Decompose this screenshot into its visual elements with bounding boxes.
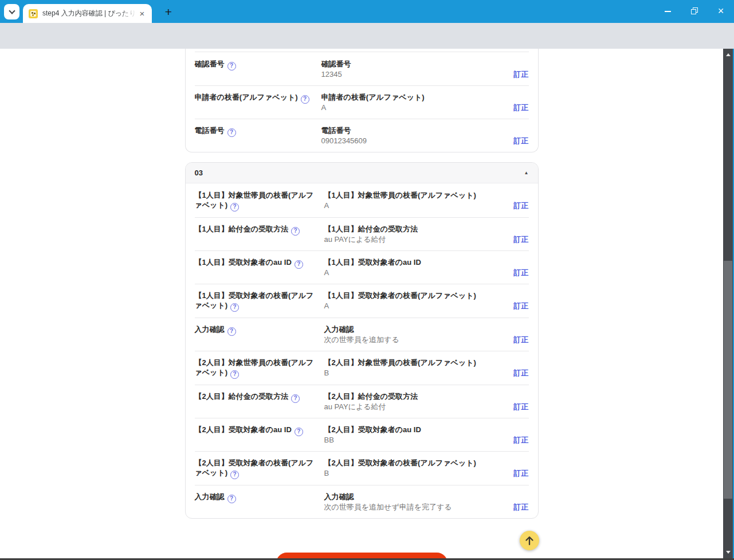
row-value-text: 12345 [321,69,507,79]
row-value-text: A [324,201,507,210]
vertical-scrollbar[interactable] [723,49,733,558]
minimize-button[interactable] [655,0,681,23]
help-icon[interactable]: ? [291,227,300,236]
row-value-text: A [321,103,507,112]
row-value-title: 【2人目】対象世帯員の枝番(アルファベット) [324,358,507,367]
tab-title: step4 入力内容確認 | ぴったりサ [42,9,137,18]
row-value-title: 確認番号 [321,59,507,69]
scrollbar-down-arrow-icon[interactable] [726,551,731,554]
form-row: 【2人目】受取対象者のau ID? 【2人目】受取対象者のau ID BB 訂正 [186,418,538,451]
row-label-text: 【1人目】受取対象者のau ID [195,258,292,267]
row-value-title: 申請者の枝番(アルファベット) [321,92,507,102]
help-icon[interactable]: ? [295,428,303,436]
chevron-down-icon [9,7,15,14]
row-value-title: 【2人目】受取対象者のau ID [324,425,507,434]
edit-link[interactable]: 訂正 [507,457,529,479]
page-content: 確認番号? 確認番号 12345 訂正 申請者の枝番(アルファベット)? 申請者… [0,49,723,558]
row-value-text: B [324,368,507,378]
next-button[interactable]: 次へすすむ [276,553,448,558]
row-label-text: 【2人目】受取対象者の枝番(アルファベット) [195,459,314,477]
row-value-title: 【1人目】受取対象者のau ID [324,257,507,267]
browser-tab[interactable]: step4 入力内容確認 | ぴったりサ × [23,4,152,23]
edit-link[interactable]: 訂正 [507,424,529,445]
help-icon[interactable]: ? [227,62,236,71]
row-label-text: 申請者の枝番(アルファベット) [195,93,298,101]
row-label-text: 【1人目】受取対象者の枝番(アルファベット) [195,291,314,310]
row-value-text: A [324,268,507,277]
form-row: 入力確認? 入力確認 次の世帯員を追加せず申請を完了する 訂正 [186,485,538,518]
help-icon[interactable]: ? [301,95,309,104]
window-controls: × [655,0,734,23]
maximize-button[interactable] [681,0,708,23]
row-value-text: 09012345609 [321,136,507,146]
row-value-title: 入力確認 [324,492,507,502]
row-value-text: BB [324,435,507,445]
help-icon[interactable]: ? [295,260,303,269]
row-value-title: 【2人目】給付金の受取方法 [324,391,507,401]
edit-link[interactable]: 訂正 [507,91,529,113]
row-value-title: 【1人目】給付金の受取方法 [324,224,507,234]
row-value-title: 入力確認 [324,324,507,334]
edit-link[interactable]: 訂正 [507,323,529,345]
row-label-text: 【2人目】給付金の受取方法 [195,392,289,401]
browser-window: step4 入力内容確認 | ぴったりサ × + × [0,0,734,560]
form-row: 申請者の枝番(アルファベット)? 申請者の枝番(アルファベット) A 訂正 [186,85,538,119]
scrollbar-up-arrow-icon[interactable] [726,53,731,56]
form-row: 【1人目】給付金の受取方法? 【1人目】給付金の受取方法 au PAYによる給付… [186,217,538,250]
form-row: 【1人目】対象世帯員の枝番(アルファベット)? 【1人目】対象世帯員の枝番(アル… [186,183,538,217]
row-value-title: 【2人目】受取対象者の枝番(アルファベット) [324,458,507,468]
form-row: 【1人目】受取対象者の枝番(アルファベット)? 【1人目】受取対象者の枝番(アル… [186,284,538,318]
help-icon[interactable]: ? [227,495,236,503]
close-button[interactable]: × [708,0,734,23]
footer-actions: 次へすすむ [0,553,723,558]
row-label-text: 電話番号 [195,126,225,135]
scrollbar-thumb[interactable] [724,261,732,499]
edit-link[interactable]: 訂正 [507,223,529,245]
row-value-title: 【1人目】受取対象者の枝番(アルファベット) [324,291,507,300]
arrow-up-icon [520,531,539,550]
form-row: 【2人目】受取対象者の枝番(アルファベット)? 【2人目】受取対象者の枝番(アル… [186,451,538,485]
row-label-text: 【1人目】給付金の受取方法 [195,225,289,233]
new-tab-button[interactable]: + [161,5,176,19]
help-icon[interactable]: ? [230,471,239,479]
help-icon[interactable]: ? [227,327,236,336]
row-label-text: 確認番号 [195,60,225,68]
form-rows: 【1人目】対象世帯員の枝番(アルファベット)? 【1人目】対象世帯員の枝番(アル… [186,183,538,518]
collapse-arrow-icon[interactable]: ▲ [524,170,529,175]
help-icon[interactable]: ? [230,203,239,212]
row-value-title: 【1人目】対象世帯員の枝番(アルファベット) [324,190,507,200]
browser-toolbar: pymt.oss.myna.go.jp/Application/applicat… [0,23,734,49]
row-value-text: au PAYによる給付 [324,234,507,244]
row-label-text: 入力確認 [195,492,225,501]
row-label-text: 【1人目】対象世帯員の枝番(アルファベット) [195,191,314,209]
form-rows: 確認番号? 確認番号 12345 訂正 申請者の枝番(アルファベット)? 申請者… [186,52,538,152]
form-row: 【2人目】給付金の受取方法? 【2人目】給付金の受取方法 au PAYによる給付… [186,385,538,418]
row-value-text: 次の世帯員を追加せず申請を完了する [324,502,507,512]
edit-link[interactable]: 訂正 [507,256,529,278]
section-header-03[interactable]: 03 ▲ [186,163,538,183]
edit-link[interactable]: 訂正 [507,189,529,211]
help-icon[interactable]: ? [230,370,239,379]
edit-link[interactable]: 訂正 [507,390,529,412]
tab-close-icon[interactable]: × [137,9,147,19]
title-bar: step4 入力内容確認 | ぴったりサ × + × [0,0,734,23]
form-row: 【2人目】対象世帯員の枝番(アルファベット)? 【2人目】対象世帯員の枝番(アル… [186,351,538,385]
section-title: 03 [195,169,203,177]
edit-link[interactable]: 訂正 [507,58,529,80]
row-value-text: A [324,301,507,311]
form-row: 【1人目】受取対象者のau ID? 【1人目】受取対象者のau ID A 訂正 [186,250,538,284]
row-value-title: 電話番号 [321,126,507,135]
row-value-text: au PAYによる給付 [324,402,507,412]
help-icon[interactable]: ? [230,303,239,312]
tab-search-button[interactable] [4,4,19,19]
summary-card-03: 03 ▲ 【1人目】対象世帯員の枝番(アルファベット)? 【1人目】対象世帯員の… [185,162,539,519]
help-icon[interactable]: ? [291,394,300,403]
help-icon[interactable]: ? [227,128,236,137]
edit-link[interactable]: 訂正 [507,491,529,512]
form-row: 電話番号? 電話番号 09012345609 訂正 [186,119,538,152]
edit-link[interactable]: 訂正 [507,357,529,378]
scroll-to-top-button[interactable] [520,531,539,550]
edit-link[interactable]: 訂正 [507,124,529,146]
row-value-text: B [324,468,507,478]
edit-link[interactable]: 訂正 [507,289,529,311]
